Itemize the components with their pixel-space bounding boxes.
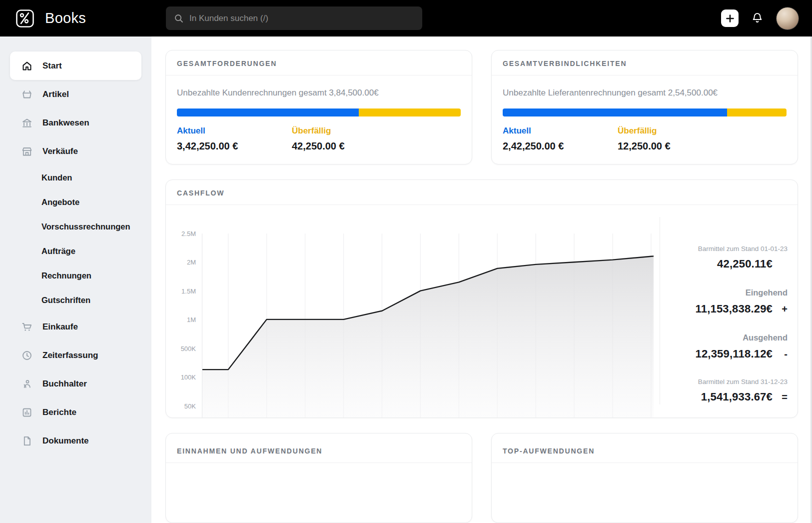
sidebar-item-label: Kunden bbox=[41, 173, 72, 182]
payables-overdue-segment bbox=[727, 108, 787, 116]
sidebar-item-dokumente[interactable]: Dokumente bbox=[10, 426, 141, 455]
y-axis-tick-label: 500K bbox=[181, 344, 196, 352]
sidebar-item-verk-ufe[interactable]: Verkäufe bbox=[10, 137, 141, 166]
payables-card-title: GESAMTVERBINDLICHKEITEN bbox=[492, 50, 798, 76]
sidebar-item-kunden[interactable]: Kunden bbox=[10, 166, 141, 190]
y-axis-tick-label: 100K bbox=[181, 374, 196, 381]
sidebar-item-start[interactable]: Start bbox=[10, 52, 141, 80]
sidebar-item-bankwesen[interactable]: Bankwesen bbox=[10, 108, 141, 137]
cashflow-stats-panel: Barmittel zum Stand 01-01-2342,250.11€Ei… bbox=[660, 217, 798, 404]
sidebar-item-label: Verkäufe bbox=[42, 146, 78, 156]
person-icon bbox=[21, 378, 33, 390]
sidebar-item-label: Einkaufe bbox=[42, 322, 78, 332]
receivables-progress-bar bbox=[177, 108, 461, 116]
sidebar-item-vorschussrechnungen[interactable]: Vorschussrechnungen bbox=[10, 214, 141, 239]
sidebar-item-label: Berichte bbox=[42, 408, 76, 418]
income-expense-card-title: EINNAHMEN UND AUFWENDUNGEN bbox=[166, 434, 472, 463]
sidebar-item-label: Bankwesen bbox=[42, 118, 89, 128]
cashflow-stat-value: 11,153,838.29€ bbox=[695, 302, 773, 316]
cashflow-stat-operator: = bbox=[773, 392, 788, 403]
clock-icon bbox=[21, 350, 33, 362]
home-icon bbox=[21, 60, 33, 72]
sidebar-item-einkaufe[interactable]: Einkaufe bbox=[10, 312, 141, 341]
cart-icon bbox=[21, 321, 33, 333]
top-expenses-card-title: TOP-AUFWENDUNGEN bbox=[492, 434, 798, 463]
payables-progress-bar bbox=[503, 108, 787, 116]
top-expenses-card: TOP-AUFWENDUNGEN bbox=[491, 433, 798, 523]
sidebar-item-label: Vorschussrechnungen bbox=[41, 222, 130, 232]
receivables-card: GESAMTFORDERUNGEN Unbezahlte Kundenrechn… bbox=[165, 50, 472, 164]
main-content: GESAMTFORDERUNGEN Unbezahlte Kundenrechn… bbox=[151, 36, 812, 523]
y-axis-tick-label: 2.5M bbox=[181, 230, 196, 238]
cashflow-stat-label: Ausgehend bbox=[695, 333, 788, 342]
books-logo-icon bbox=[15, 8, 35, 28]
cashflow-stat-label: Eingehend bbox=[695, 288, 788, 298]
y-axis-tick-label: 2M bbox=[187, 258, 196, 266]
sidebar-item-zeiterfassung[interactable]: Zeiterfassung bbox=[10, 341, 141, 370]
chart-plot-area bbox=[202, 234, 654, 418]
cashflow-stat-value: 1,541,933.67€ bbox=[701, 390, 773, 404]
receivables-current-label: Aktuell bbox=[177, 126, 292, 136]
sidebar-item-label: Gutschriften bbox=[41, 296, 90, 305]
receivables-current-value: 3,42,250.00 € bbox=[177, 140, 292, 152]
report-icon bbox=[21, 406, 33, 418]
global-search[interactable] bbox=[166, 6, 422, 30]
topbar: Books bbox=[0, 0, 812, 36]
sidebar-item-auftr-ge[interactable]: Aufträge bbox=[10, 239, 141, 264]
sidebar-item-angebote[interactable]: Angebote bbox=[10, 190, 141, 214]
store-icon bbox=[21, 146, 33, 158]
receivables-current-segment bbox=[177, 108, 359, 116]
sidebar-item-label: Dokumente bbox=[42, 436, 89, 446]
sidebar-nav: StartArtikelBankwesenVerkäufeKundenAngeb… bbox=[0, 36, 151, 523]
receivables-overdue-segment bbox=[359, 108, 461, 116]
cashflow-chart: 2.5M2M1.5M1M500K100K50K0 APRMAYJUNJULAUG… bbox=[166, 205, 660, 418]
sidebar-item-artikel[interactable]: Artikel bbox=[10, 80, 141, 108]
sidebar-item-berichte[interactable]: Berichte bbox=[10, 398, 141, 426]
notifications-bell-icon[interactable] bbox=[751, 12, 764, 25]
payables-current-label: Aktuell bbox=[503, 126, 618, 136]
cashflow-stat-label: Barmittel zum Stand 01-01-23 bbox=[698, 245, 788, 252]
cashflow-stat: Barmittel zum Stand 01-01-2342,250.11€ bbox=[698, 245, 788, 270]
cashflow-card-title: CASHFLOW bbox=[166, 180, 798, 205]
y-axis-tick-label: 1M bbox=[187, 316, 196, 324]
bank-icon bbox=[21, 117, 33, 129]
app-title: Books bbox=[45, 10, 86, 26]
chart-y-axis: 2.5M2M1.5M1M500K100K50K0 bbox=[177, 234, 202, 418]
sidebar-item-label: Zeiterfassung bbox=[42, 350, 98, 360]
sidebar-item-label: Rechnungen bbox=[41, 271, 91, 280]
receivables-overdue-label: Überfällig bbox=[292, 126, 407, 136]
receivables-subtitle: Unbezahlte Kundenrechnungen gesamt 3,84,… bbox=[177, 88, 461, 98]
cashflow-stat-operator: + bbox=[773, 304, 788, 315]
document-icon bbox=[21, 435, 33, 447]
sidebar-item-label: Start bbox=[42, 61, 62, 71]
payables-card: GESAMTVERBINDLICHKEITEN Unbezahlte Liefe… bbox=[491, 50, 798, 164]
y-axis-tick-label: 1.5M bbox=[181, 287, 196, 294]
cashflow-stat: Eingehend11,153,838.29€+ bbox=[695, 288, 788, 316]
cashflow-stat-value: 12,359,118.12€ bbox=[695, 348, 773, 360]
y-axis-tick-label: 50K bbox=[184, 402, 196, 410]
sidebar-item-gutschriften[interactable]: Gutschriften bbox=[10, 288, 141, 312]
sidebar-item-label: Artikel bbox=[42, 90, 69, 100]
search-input[interactable] bbox=[189, 14, 414, 24]
basket-icon bbox=[21, 88, 33, 100]
payables-current-segment bbox=[503, 108, 727, 116]
payables-overdue-label: Überfällig bbox=[618, 126, 733, 136]
receivables-card-title: GESAMTFORDERUNGEN bbox=[166, 50, 472, 76]
app-logo[interactable]: Books bbox=[15, 8, 86, 28]
sidebar-item-label: Buchhalter bbox=[42, 379, 87, 389]
add-new-button[interactable] bbox=[721, 10, 739, 27]
sidebar-item-label: Angebote bbox=[41, 198, 79, 207]
receivables-overdue-value: 42,250.00 € bbox=[292, 140, 407, 152]
cashflow-stat-operator: - bbox=[773, 348, 788, 360]
cashflow-stat-value: 42,250.11€ bbox=[717, 258, 773, 270]
search-icon bbox=[174, 14, 184, 24]
cashflow-card: CASHFLOW 2.5M2M1.5M1M500K100K50K0 APRMAY… bbox=[165, 180, 798, 418]
cashflow-stat-label: Barmittel zum Stand 31-12-23 bbox=[698, 378, 788, 386]
payables-overdue-value: 12,250.00 € bbox=[618, 140, 733, 152]
user-avatar[interactable] bbox=[776, 7, 799, 30]
cashflow-stat: Barmittel zum Stand 31-12-231,541,933.67… bbox=[698, 378, 788, 404]
payables-current-value: 2,42,250.00 € bbox=[503, 140, 618, 152]
sidebar-item-rechnungen[interactable]: Rechnungen bbox=[10, 264, 141, 288]
sidebar-item-buchhalter[interactable]: Buchhalter bbox=[10, 370, 141, 398]
cashflow-stat: Ausgehend12,359,118.12€- bbox=[695, 333, 788, 360]
